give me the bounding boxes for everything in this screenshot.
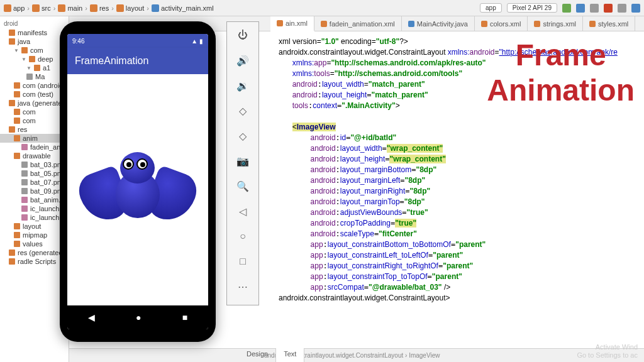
volume-up-icon[interactable]: 🔊 — [236, 53, 250, 67]
app-bar: FrameAnimation — [67, 48, 208, 74]
rotate-right-icon[interactable]: ◇ — [236, 129, 250, 143]
tab-strings[interactable]: strings.xml — [528, 16, 583, 31]
rotate-left-icon[interactable]: ◇ — [236, 104, 250, 118]
back-icon[interactable]: ◁ — [236, 204, 250, 218]
top-toolbar: app› src› main› res› layout› activity_ma… — [0, 0, 644, 16]
camera-icon[interactable]: 📷 — [236, 154, 250, 168]
sync-icon[interactable] — [618, 4, 626, 13]
activate-windows-watermark: Activate WindGo to Settings to ac — [577, 343, 638, 359]
debug-icon[interactable] — [576, 4, 585, 13]
emulator-phone: 9:46▲ ▮ FrameAnimation ◀ ● ■ — [60, 21, 216, 342]
zoom-icon[interactable]: 🔍 — [236, 179, 250, 193]
nav-overview-icon[interactable]: ■ — [182, 312, 187, 322]
tab-mainactivity[interactable]: MainActivity.java — [402, 16, 475, 31]
app-content — [67, 74, 208, 305]
status-bar: 9:46▲ ▮ — [67, 34, 208, 48]
more-icon[interactable]: ⋯ — [236, 280, 250, 293]
power-icon[interactable]: ⏻ — [236, 28, 250, 42]
breadcrumb: app› src› main› res› layout› activity_ma… — [4, 4, 214, 12]
bat-image — [81, 146, 194, 234]
device-select[interactable]: Pixel 2 API 29 — [507, 3, 557, 13]
text-tab[interactable]: Text — [276, 348, 304, 362]
volume-down-icon[interactable]: 🔉 — [236, 79, 250, 92]
overview-icon[interactable]: □ — [236, 255, 250, 268]
module-select[interactable]: app — [480, 3, 502, 13]
tree-manifests[interactable]: manifests — [0, 28, 69, 37]
profile-icon[interactable] — [590, 4, 599, 13]
home-icon[interactable]: ○ — [236, 229, 250, 243]
design-tab[interactable]: Design — [239, 348, 276, 362]
project-tree[interactable]: droid manifests java ▼com ▼deep ▼a1 Ma c… — [0, 16, 69, 362]
run-icon[interactable] — [562, 4, 571, 13]
nav-back-icon[interactable]: ◀ — [88, 312, 95, 322]
bottom-bar: androidx.constraintlayout.widget.Constra… — [69, 348, 644, 362]
nav-home-icon[interactable]: ● — [136, 312, 141, 322]
toolbar-right: app Pixel 2 API 29 — [480, 3, 640, 13]
tab-styles[interactable]: styles.xml — [583, 16, 635, 31]
android-nav-bar: ◀ ● ■ — [67, 305, 208, 329]
tab-main-xml[interactable]: ain.xml — [270, 16, 314, 31]
emulator-controls: ⏻ 🔊 🔉 ◇ ◇ 📷 🔍 ◁ ○ □ ⋯ — [226, 21, 259, 305]
stop-icon[interactable] — [604, 4, 613, 13]
tree-anim[interactable]: anim — [0, 134, 69, 143]
title-overlay: FrameAnimation — [487, 38, 635, 108]
phone-screen[interactable]: 9:46▲ ▮ FrameAnimation ◀ ● ■ — [67, 34, 208, 329]
tab-colors[interactable]: colors.xml — [475, 16, 528, 31]
tree-java[interactable]: java — [0, 37, 69, 46]
tab-fadein[interactable]: fadein_animation.xml — [314, 16, 402, 31]
avd-icon[interactable] — [631, 4, 640, 13]
